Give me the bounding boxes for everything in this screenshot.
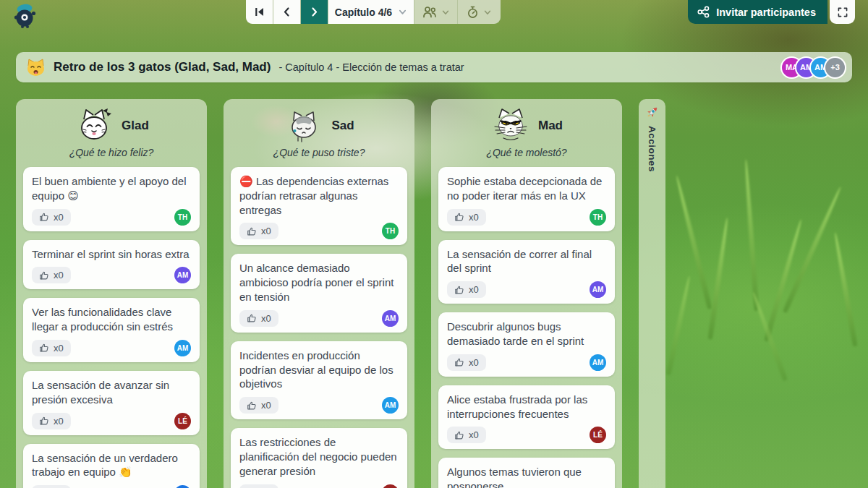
- card-text: Terminar el sprint sin horas extra: [32, 247, 191, 262]
- vote-count: x0: [54, 270, 64, 281]
- card-text: La sensación de correr al final del spri…: [447, 247, 606, 276]
- chapter-dropdown[interactable]: Capítulo 4/6: [328, 0, 414, 24]
- thumbs-up-icon: [247, 313, 257, 323]
- retro-card[interactable]: La sensación de un verdadero trabajo en …: [23, 444, 200, 488]
- vote-count: x0: [54, 212, 64, 223]
- card-text: El buen ambiente y el apoyo del equipo 😊: [32, 174, 191, 203]
- chevron-right-icon: [308, 6, 320, 18]
- thumbs-up-icon: [454, 430, 464, 440]
- thumbs-up-icon: [454, 285, 464, 295]
- vote-button[interactable]: x0: [447, 281, 486, 298]
- retro-card[interactable]: ⛔ Las dependencias externas podrían retr…: [231, 167, 407, 245]
- author-avatar: LU: [174, 485, 191, 488]
- retro-card[interactable]: Descubrir algunos bugs demasiado tarde e…: [438, 312, 615, 377]
- card-text: Sophie estaba decepcionada de no poder i…: [447, 174, 606, 203]
- author-avatar: AM: [174, 267, 191, 283]
- next-chapter-button[interactable]: [301, 0, 328, 24]
- retro-subtitle: - Capítulo 4 - Elección de temas a trata…: [278, 61, 464, 73]
- thumbs-up-icon: [454, 212, 464, 222]
- cat-emoji-icon: [26, 59, 46, 77]
- actions-label: Acciones: [647, 126, 658, 172]
- retro-card[interactable]: Incidentes en producción podrían desviar…: [231, 341, 407, 419]
- thumbs-up-icon: [39, 212, 49, 222]
- timer-dropdown[interactable]: [458, 0, 501, 24]
- author-avatar: TH: [382, 223, 399, 239]
- board: Glad ¿Qué te hizo feliz? El buen ambient…: [16, 99, 852, 488]
- vote-count: x0: [54, 416, 64, 427]
- retro-card[interactable]: La sensación de avanzar sin presión exce…: [23, 371, 200, 435]
- prev-chapter-button[interactable]: [273, 0, 300, 24]
- vote-button[interactable]: x0: [239, 397, 278, 414]
- vote-button[interactable]: x0: [447, 427, 486, 443]
- vote-count: x0: [469, 284, 479, 295]
- invite-participants-button[interactable]: Invitar participantes: [688, 0, 827, 24]
- retro-card[interactable]: La sensación de correr al final del spri…: [438, 240, 615, 304]
- chevron-down-icon: [441, 8, 450, 17]
- people-icon: [422, 6, 437, 18]
- vote-count: x0: [469, 357, 479, 368]
- chevron-left-icon: [281, 6, 293, 18]
- retro-card[interactable]: Alice estaba frustrada por las interrupc…: [438, 385, 615, 450]
- card-text: Un alcance demasiado ambicioso podría po…: [239, 261, 399, 304]
- author-avatar: AM: [382, 310, 399, 327]
- chevron-down-icon: [483, 8, 492, 17]
- vote-button[interactable]: x0: [32, 413, 71, 429]
- actions-panel[interactable]: Acciones: [639, 99, 665, 488]
- retro-card[interactable]: El buen ambiente y el apoyo del equipo 😊…: [23, 167, 200, 231]
- author-avatar: AM: [174, 340, 191, 356]
- participant-avatars[interactable]: MAAMAM+3: [782, 58, 845, 77]
- retro-card[interactable]: Un alcance demasiado ambicioso podría po…: [231, 254, 407, 332]
- thumbs-up-icon: [39, 270, 49, 281]
- timer-icon: [467, 6, 479, 19]
- vote-button[interactable]: x0: [447, 209, 486, 226]
- column-sad: Sad ¿Qué te puso triste? ⛔ Las dependenc…: [224, 99, 414, 488]
- vote-count: x0: [261, 226, 271, 236]
- share-icon: [697, 6, 710, 18]
- participants-overflow-badge[interactable]: +3: [825, 58, 845, 77]
- column-question: ¿Qué te puso triste?: [231, 147, 407, 158]
- column-name: Mad: [538, 119, 563, 133]
- rocket-icon: [645, 105, 660, 119]
- vote-button[interactable]: x0: [32, 209, 71, 226]
- author-avatar: TH: [590, 209, 606, 226]
- vote-count: x0: [54, 343, 64, 354]
- vote-count: x0: [469, 429, 479, 440]
- fullscreen-icon: [837, 7, 848, 18]
- vote-button[interactable]: x0: [447, 354, 486, 371]
- column-mad: Mad ¿Qué te molestó? Sophie estaba decep…: [431, 99, 622, 488]
- sad-cat-icon: [284, 108, 324, 144]
- retro-card[interactable]: Algunos temas tuvieron que posponerse x0…: [438, 458, 615, 488]
- fullscreen-button[interactable]: [830, 0, 855, 24]
- retro-card[interactable]: Las restricciones de planificación del n…: [231, 428, 407, 488]
- vote-button[interactable]: x0: [32, 267, 71, 283]
- go-first-chapter-button[interactable]: [246, 0, 273, 24]
- card-text: Incidentes en producción podrían desviar…: [239, 348, 399, 391]
- chevron-down-icon: [398, 7, 407, 17]
- retro-title-bar: Retro de los 3 gatos (Glad, Sad, Mad) - …: [16, 52, 852, 82]
- participants-dropdown[interactable]: [414, 0, 457, 24]
- topbar-right-cluster: Invitar participantes: [688, 0, 855, 24]
- app-logo[interactable]: [13, 2, 38, 30]
- mad-cat-icon: [490, 108, 531, 144]
- vote-button[interactable]: x0: [239, 223, 278, 239]
- thumbs-up-icon: [247, 226, 257, 236]
- card-list: El buen ambiente y el apoyo del equipo 😊…: [23, 167, 200, 488]
- vote-count: x0: [261, 400, 271, 411]
- retro-card[interactable]: Ver las funcionalidades clave llegar a p…: [23, 298, 200, 362]
- vote-button[interactable]: x0: [239, 484, 278, 488]
- retro-card[interactable]: Sophie estaba decepcionada de no poder i…: [438, 167, 615, 231]
- vote-button[interactable]: x0: [239, 310, 278, 327]
- author-avatar: AM: [590, 354, 606, 371]
- app-root: Capítulo 4/6: [0, 0, 868, 488]
- vote-button[interactable]: x0: [32, 485, 71, 488]
- vote-button[interactable]: x0: [32, 340, 71, 356]
- author-avatar: AM: [382, 397, 399, 414]
- card-text: Descubrir algunos bugs demasiado tarde e…: [447, 320, 606, 348]
- column-question: ¿Qué te molestó?: [438, 147, 615, 158]
- chapter-toolbar: Capítulo 4/6: [246, 0, 501, 24]
- card-text: Ver las funcionalidades clave llegar a p…: [32, 305, 191, 334]
- vote-count: x0: [469, 212, 479, 223]
- card-text: Alice estaba frustrada por las interrupc…: [447, 393, 606, 421]
- retro-card[interactable]: Terminar el sprint sin horas extra x0 AM: [23, 240, 200, 290]
- chapter-dropdown-label: Capítulo 4/6: [335, 7, 392, 18]
